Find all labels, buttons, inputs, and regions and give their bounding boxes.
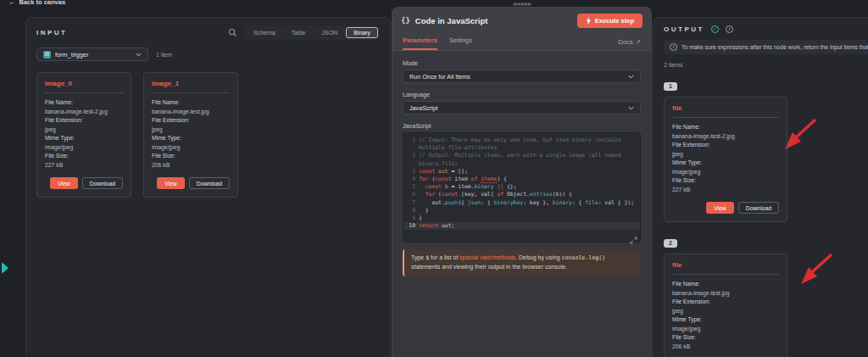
input-source-select[interactable]: form_trigger [36, 47, 148, 61]
binary-card-title: Image_1 [152, 80, 230, 87]
line-number: 8 [403, 207, 419, 215]
output-item-2: 2 file File Name:banana-image-test.jpgFi… [664, 233, 868, 357]
field-value: jpeg [672, 150, 779, 159]
binary-card-divider [152, 92, 230, 93]
item-index-badge: 2 [664, 239, 677, 248]
binary-card-title: file [672, 104, 779, 112]
chevron-down-icon [136, 53, 142, 57]
output-panel-title: OUTPUT [664, 25, 704, 33]
tab-table[interactable]: Table [284, 27, 314, 38]
field-value: banana-image-test.jpg [152, 108, 230, 117]
output-panel: OUTPUT ✓ i i To make sure expressions af… [653, 17, 868, 357]
field-value: jpeg [45, 126, 123, 135]
code-line: 3const out = []; [403, 168, 640, 176]
line-number: 3 [403, 168, 419, 176]
docs-link[interactable]: Docs ↗ [619, 38, 641, 50]
expand-editor-icon[interactable] [630, 232, 637, 240]
line-number: 9 [403, 215, 419, 222]
field-value: 227 kB [672, 186, 779, 195]
download-button[interactable]: Download [738, 202, 779, 214]
editor-language-label: JavaScript [403, 122, 641, 130]
field-value: image/jpeg [45, 143, 123, 153]
field-label: File Name: [672, 123, 779, 132]
code-line: 5 const b = item.binary || {}; [403, 183, 640, 191]
field-label: Mime Type: [152, 134, 230, 143]
mode-select[interactable]: Run Once for All Items [403, 70, 641, 83]
field-label: Mime Type: [45, 134, 123, 143]
code-line: 7 out.push({ json: { binaryKey: key }, b… [403, 199, 640, 207]
binary-card-fields: File Name:banana-image-test.jpgFile Exte… [152, 98, 230, 170]
code-lines: 1// Input: There may be only one item, b… [403, 137, 640, 230]
view-button[interactable]: View [706, 202, 734, 214]
field-value: image/jpeg [672, 325, 779, 334]
output-callout-text: To make sure expressions after this node… [682, 44, 868, 50]
line-number: 10 [403, 222, 419, 230]
language-select[interactable]: JavaScript [403, 101, 641, 114]
line-number: 7 [403, 199, 419, 207]
back-arrow-icon: ← [8, 0, 15, 6]
field-label: File Size: [152, 152, 230, 161]
tab-schema[interactable]: Schema [246, 27, 283, 38]
line-number: 5 [403, 183, 419, 191]
code-line: 9} [403, 215, 640, 222]
canvas-node-fragment [0, 257, 12, 281]
binary-card-image-0: Image_0 File Name:banana-image-test-2.jp… [36, 72, 131, 198]
field-label: File Size: [672, 333, 779, 343]
input-panel: INPUT Schema Table JSON Binary form_trig… [25, 17, 391, 357]
line-number: 6 [403, 191, 419, 198]
output-info-icon: i [726, 25, 733, 33]
display-mode-tabs: Schema Table JSON Binary [244, 25, 380, 40]
field-value: 206 kB [152, 161, 230, 170]
execute-step-button[interactable]: Execute step [577, 14, 643, 28]
download-button[interactable]: Download [189, 177, 230, 189]
code-line: 4for (const item of items) { [403, 176, 640, 183]
binary-card-divider [672, 274, 779, 275]
code-line: 6 for (const [key, val] of Object.entrie… [403, 191, 640, 198]
field-label: Mime Type: [672, 159, 779, 168]
code-editor[interactable]: 1// Input: There may be only one item, b… [403, 132, 641, 243]
lightning-icon [586, 17, 592, 25]
item-index-badge: 1 [664, 82, 677, 91]
tab-settings[interactable]: Settings [449, 36, 472, 50]
download-button[interactable]: Download [82, 177, 123, 189]
binary-card-title: Image_0 [45, 80, 123, 87]
binary-card-fields: File Name:banana-image-test-2.jpgFile Ex… [45, 98, 123, 170]
input-items-count: 1 item [156, 52, 172, 58]
hint-box: Type $ for a list of special vars/method… [403, 249, 641, 276]
drag-handle[interactable] [498, 1, 546, 8]
binary-card-title: file [672, 261, 779, 269]
special-vars-link[interactable]: special vars/methods [459, 254, 515, 260]
code-line: 10return out; [403, 222, 640, 230]
chevron-down-icon [628, 106, 634, 110]
field-label: File Extension: [672, 298, 779, 307]
input-source-value: form_trigger [55, 51, 131, 59]
view-button[interactable]: View [157, 177, 185, 189]
code-line: 1// Input: There may be only one item, b… [403, 137, 640, 152]
back-to-canvas-button[interactable]: ← Back to canvas [8, 0, 65, 6]
field-label: File Extension: [45, 116, 123, 126]
binary-card-fields: File Name:banana-image-test-2.jpgFile Ex… [672, 123, 779, 194]
search-icon[interactable] [228, 28, 237, 37]
binary-card-divider [45, 92, 123, 93]
info-icon: i [670, 43, 677, 51]
field-label: File Name: [45, 98, 123, 108]
view-button[interactable]: View [50, 177, 78, 189]
chevron-down-icon [628, 75, 634, 79]
tab-binary[interactable]: Binary [346, 27, 378, 38]
tab-json[interactable]: JSON [314, 27, 345, 38]
code-line: 8 } [403, 207, 640, 215]
binary-card-image-1: Image_1 File Name:banana-image-test.jpgF… [143, 72, 238, 198]
field-label: File Extension: [152, 116, 230, 126]
line-number: 4 [403, 176, 419, 183]
field-label: File Extension: [672, 141, 779, 150]
tab-parameters[interactable]: Parameters [403, 36, 437, 50]
binary-card-file-2: file File Name:banana-image-test.jpgFile… [664, 254, 787, 357]
output-items-count: 2 items [664, 62, 858, 68]
field-label: File Size: [672, 176, 779, 186]
node-editor-modal: {} Code in JavaScript Execute step Param… [392, 7, 652, 357]
language-label: Language [403, 91, 641, 98]
field-value: 227 kB [45, 161, 123, 170]
form-trigger-node-icon [43, 51, 51, 59]
external-link-icon: ↗ [636, 38, 641, 46]
binary-card-divider [672, 117, 779, 118]
